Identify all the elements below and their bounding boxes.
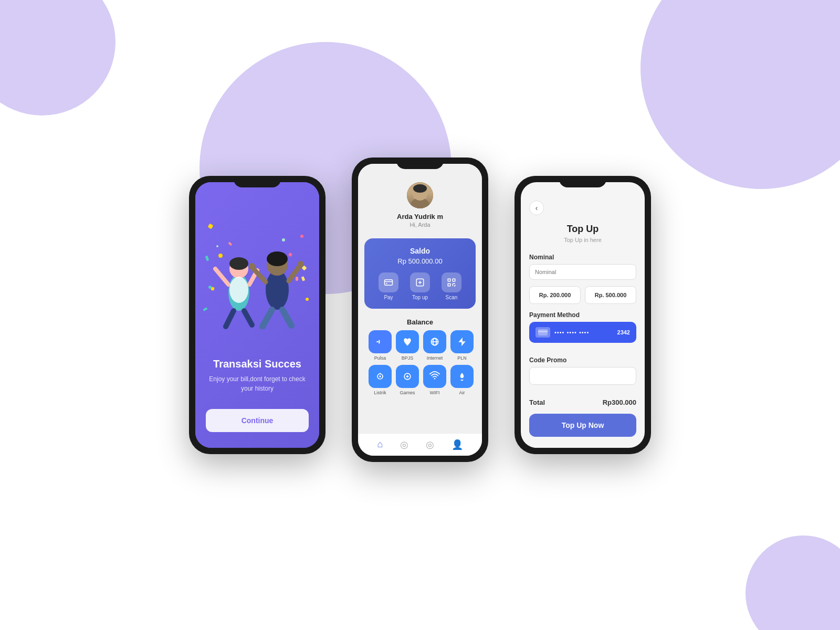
amount-500k-btn[interactable]: Rp. 500.000 — [585, 286, 636, 304]
nominal-input[interactable] — [529, 264, 636, 280]
service-pln[interactable]: PLN — [450, 330, 474, 361]
amount-200k-btn[interactable]: Rp. 200.000 — [529, 286, 581, 304]
balance-title: Balance — [364, 318, 476, 326]
services-grid-row2: Listrik Games — [364, 365, 476, 395]
games-icon — [396, 365, 419, 388]
service-pulsa[interactable]: Pulsa — [369, 330, 392, 361]
listrik-icon — [369, 365, 392, 388]
svg-point-52 — [434, 378, 436, 380]
total-row: Total Rp300.000 — [529, 398, 636, 406]
svg-point-21 — [282, 238, 285, 242]
svg-point-7 — [229, 277, 248, 303]
svg-point-19 — [208, 286, 212, 289]
service-air[interactable]: Air — [450, 365, 474, 395]
success-title: Transaksi Succes — [206, 358, 309, 370]
svg-rect-54 — [538, 331, 548, 332]
svg-rect-35 — [448, 284, 450, 286]
svg-line-6 — [244, 311, 252, 325]
wifi-icon — [423, 365, 446, 388]
bg-circle-br — [746, 536, 840, 630]
payment-method-group: Payment Method •••• •••• •••• 2342 — [529, 311, 636, 350]
topup-subtitle: Top Up in here — [529, 237, 636, 243]
phone-success: Transaksi Succes Enjoy your bill,dont fo… — [189, 176, 326, 454]
nav-notification-icon[interactable]: ◎ — [426, 439, 434, 450]
svg-point-17 — [218, 254, 223, 258]
phone-notch — [234, 176, 281, 187]
service-wifi[interactable]: WIFI — [423, 365, 446, 395]
svg-point-10 — [267, 251, 288, 266]
promo-group: Code Promo — [529, 356, 636, 392]
saldo-amount: Rp 500.000.00 — [373, 257, 467, 265]
code-promo-label: Code Promo — [529, 356, 636, 364]
svg-rect-29 — [386, 284, 387, 285]
topup-now-button[interactable]: Top Up Now — [529, 414, 636, 437]
nav-history-icon[interactable]: ◎ — [400, 439, 408, 450]
service-bpjs[interactable]: BPJS — [396, 330, 419, 361]
continue-button[interactable]: Continue — [206, 409, 309, 432]
home-header: Arda Yudrik m Hi, Arda — [358, 164, 482, 233]
topup-title: Top Up — [529, 224, 636, 235]
pln-icon — [450, 330, 474, 353]
air-label: Air — [459, 390, 465, 395]
saldo-label: Saldo — [373, 247, 467, 255]
svg-point-14 — [298, 261, 304, 267]
svg-point-13 — [249, 263, 255, 269]
payment-method-label: Payment Method — [529, 311, 636, 319]
listrik-label: Listrik — [374, 390, 386, 395]
svg-point-2 — [229, 257, 248, 270]
pay-icon-box — [379, 272, 398, 292]
pln-label: PLN — [457, 355, 467, 361]
wifi-label: WIFI — [430, 390, 440, 395]
air-icon — [450, 365, 474, 388]
service-listrik[interactable]: Listrik — [369, 365, 392, 395]
pay-label: Pay — [384, 295, 393, 300]
svg-point-8 — [266, 270, 289, 310]
services-grid-row1: Pulsa BPJS — [364, 330, 476, 361]
card-icon — [536, 327, 550, 338]
action-scan[interactable]: Scan — [442, 272, 461, 300]
bpjs-label: BPJS — [402, 355, 414, 361]
phones-container: Transaksi Succes Enjoy your bill,dont fo… — [189, 168, 651, 462]
service-games[interactable]: Games — [396, 365, 419, 395]
svg-point-26 — [413, 184, 427, 193]
back-button[interactable]: ‹ — [529, 201, 544, 215]
scan-icon-box — [442, 272, 461, 292]
svg-line-3 — [215, 269, 228, 285]
svg-rect-20 — [301, 276, 305, 281]
service-internet[interactable]: Internet — [423, 330, 446, 361]
action-pay[interactable]: Pay — [379, 272, 398, 300]
internet-label: Internet — [427, 355, 443, 361]
avatar-face — [407, 182, 433, 208]
pulsa-icon — [369, 330, 392, 353]
total-value: Rp300.000 — [603, 398, 636, 406]
svg-point-47 — [379, 375, 381, 377]
svg-line-12 — [289, 265, 300, 281]
topup-label: Top up — [412, 295, 428, 300]
bg-circle-tl — [0, 0, 116, 116]
phone-screen-2: Arda Yudrik m Hi, Arda Saldo Rp 500.000.… — [358, 164, 482, 456]
payment-method-box[interactable]: •••• •••• •••• 2342 — [529, 322, 636, 343]
balance-section: Balance Pulsa — [358, 314, 482, 398]
svg-rect-22 — [228, 242, 232, 246]
card-last4: 2342 — [617, 329, 630, 335]
nav-home-icon[interactable]: ⌂ — [377, 439, 383, 450]
user-greeting: Hi, Arda — [410, 222, 430, 228]
nav-profile-icon[interactable]: 👤 — [452, 439, 463, 450]
action-topup[interactable]: Top up — [410, 272, 430, 300]
svg-line-16 — [282, 310, 291, 326]
total-label: Total — [529, 398, 545, 406]
pulsa-label: Pulsa — [374, 355, 386, 361]
saldo-actions: Pay Top up — [373, 272, 467, 300]
internet-icon — [423, 330, 446, 353]
nominal-label: Nominal — [529, 254, 636, 261]
phone-screen: Transaksi Succes Enjoy your bill,dont fo… — [195, 182, 319, 448]
svg-rect-27 — [385, 280, 393, 286]
saldo-card: Saldo Rp 500.000.00 Pay — [364, 238, 476, 309]
promo-input[interactable] — [529, 367, 636, 385]
svg-marker-45 — [458, 338, 465, 346]
phone-notch-3 — [559, 176, 606, 187]
success-screen: Transaksi Succes Enjoy your bill,dont fo… — [195, 182, 319, 448]
svg-rect-33 — [448, 279, 450, 281]
amount-options: Rp. 200.000 Rp. 500.000 — [529, 286, 636, 304]
phone-home: Arda Yudrik m Hi, Arda Saldo Rp 500.000.… — [352, 158, 488, 462]
